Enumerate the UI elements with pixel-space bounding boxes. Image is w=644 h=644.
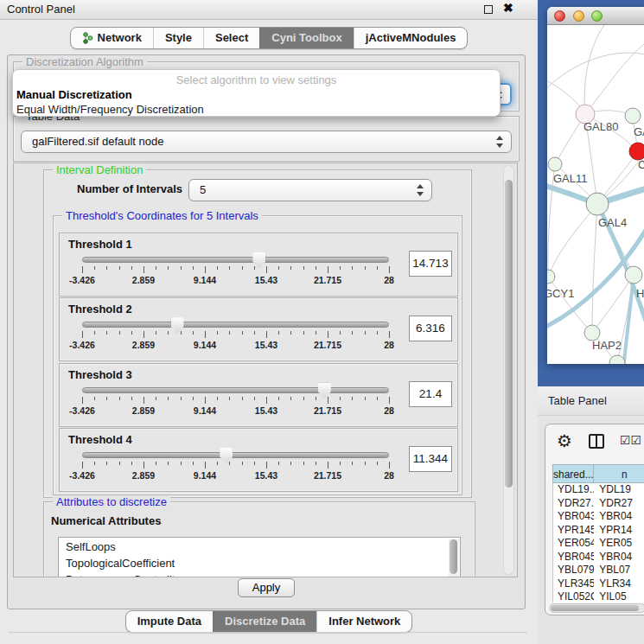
axis-tick-label: 9.144 [183, 340, 226, 350]
network-node-gal11[interactable] [548, 157, 562, 171]
number-of-intervals-value: 5 [200, 180, 206, 201]
settings-scrollpane: Interval Definition Number of Intervals … [13, 163, 518, 577]
threshold-value-field[interactable]: 11.344 [409, 446, 452, 472]
network-node-h[interactable] [625, 266, 642, 284]
node-label-gal80: GAL80 [583, 120, 618, 133]
minimize-traffic-light-icon[interactable] [573, 10, 584, 22]
table-cell[interactable]: YIL05 [594, 590, 644, 603]
column-header-n[interactable]: n [594, 464, 644, 483]
tab-jactivemnodules[interactable]: jActiveMNodules [354, 28, 468, 48]
close-icon[interactable]: ✖ [503, 1, 513, 15]
attribute-item-selfloops[interactable]: SelfLoops [59, 539, 460, 554]
network-edge[interactable] [547, 53, 644, 94]
network-edge-highlighted[interactable] [622, 275, 634, 364]
slider-track[interactable] [82, 452, 389, 458]
bottom-tabstrip: Impute DataDiscretize DataInfer Network [125, 610, 413, 633]
table-row[interactable]: YBL079WYBL07 [553, 564, 644, 577]
float-window-icon[interactable] [484, 5, 493, 14]
table-row[interactable]: YPR145WYPR14 [553, 524, 644, 538]
tab-label: jActiveMNodules [366, 28, 456, 48]
table-cell[interactable]: YBL079W [553, 564, 594, 577]
network-node-c[interactable] [629, 143, 644, 160]
tab-style[interactable]: Style [153, 28, 203, 48]
panel-bottom-edge [9, 632, 527, 633]
threshold-label: Threshold 4 [68, 433, 132, 446]
attributes-list-scrollbar[interactable] [449, 539, 459, 577]
settings-vertical-scrollbar[interactable] [503, 165, 514, 575]
close-traffic-light-icon[interactable] [554, 10, 565, 22]
slider-track[interactable] [82, 387, 389, 393]
network-edge[interactable] [592, 204, 597, 333]
slider-track[interactable] [82, 257, 389, 263]
top-tab-bar: NetworkStyleSelectCyni ToolboxjActiveMNo… [0, 27, 538, 49]
network-canvas[interactable]: GAL80GACGAL11GAL4GCY1HHAP2 [547, 25, 644, 364]
dropdown-option-manual-discretization[interactable]: Manual Discretization [13, 87, 500, 102]
table-row[interactable]: YDL19...YDL19 [553, 483, 644, 497]
table-data-combobox[interactable]: galFiltered.sif default node [21, 131, 512, 153]
attribute-item-betweennesscentrality[interactable]: BetweennessCentrality [59, 572, 460, 577]
apply-row: Apply [8, 578, 525, 597]
table-cell[interactable]: YDL19... [553, 483, 594, 497]
table-cell[interactable]: YDR27... [553, 497, 594, 511]
table-cell[interactable]: YER054C [553, 537, 594, 551]
table-horizontal-scrollbar[interactable] [549, 603, 644, 613]
tab-network[interactable]: Network [71, 28, 153, 48]
threshold-value-field[interactable]: 21.4 [409, 381, 452, 407]
table-cell[interactable]: YDR27 [594, 497, 644, 511]
select-columns-icon[interactable]: ☑☑ [620, 433, 641, 447]
network-graph[interactable]: GAL80GACGAL11GAL4GCY1HHAP2 [547, 25, 644, 364]
node-table: shared...n YDL19...YDL19YDR27...YDR27YBR… [552, 464, 644, 603]
table-row[interactable]: YBR043CYBR04 [553, 510, 644, 524]
tab-cyni-toolbox[interactable]: Cyni Toolbox [259, 28, 353, 48]
network-node-gal4[interactable] [586, 193, 609, 215]
table-panel-title: Table Panel [548, 394, 607, 407]
slider-track[interactable] [82, 322, 389, 328]
axis-tick-label: 9.144 [183, 470, 226, 481]
table-cell[interactable]: YBR04 [594, 510, 644, 524]
tab-select[interactable]: Select [203, 28, 259, 48]
table-cell[interactable]: YIL052C [553, 590, 594, 603]
table-cell[interactable]: YBR045C [553, 551, 594, 564]
table-row[interactable]: YLR345WYLR34 [553, 577, 644, 591]
zoom-traffic-light-icon[interactable] [591, 10, 603, 22]
table-row[interactable]: YBR045CYBR04 [553, 551, 644, 564]
tab-infer-network[interactable]: Infer Network [316, 611, 411, 632]
table-cell[interactable]: YLR345W [553, 577, 594, 591]
apply-button[interactable]: Apply [238, 578, 296, 597]
table-row[interactable]: YER054CYER05 [553, 537, 644, 551]
network-node-ga[interactable] [625, 108, 641, 124]
gear-icon[interactable]: ⚙ [557, 430, 572, 451]
network-edge[interactable] [548, 204, 597, 277]
table-cell[interactable]: YDL19 [594, 483, 644, 497]
scrollbar-thumb[interactable] [505, 180, 513, 488]
table-cell[interactable]: YBL07 [594, 564, 644, 577]
network-edge[interactable] [548, 277, 592, 333]
dropdown-placeholder-item[interactable]: Select algorithm to view settings [13, 73, 500, 87]
tab-discretize-data[interactable]: Discretize Data [213, 611, 316, 632]
table-cell[interactable]: YPR145W [553, 524, 594, 538]
node-label-gcy1: GCY1 [547, 287, 574, 300]
scrollbar-thumb[interactable] [450, 539, 457, 574]
table-cell[interactable]: YBR043C [553, 510, 594, 524]
threshold-value-field[interactable]: 14.713 [409, 251, 452, 277]
attributes-group: Attributes to discretize Numerical Attri… [43, 501, 475, 577]
table-cell[interactable]: YER05 [594, 537, 644, 551]
table-cell[interactable]: YLR34 [594, 577, 644, 591]
table-panel-titlebar: Table Panel [538, 386, 644, 416]
axis-tick-label: 21.715 [306, 340, 349, 350]
scrollbar-thumb[interactable] [551, 605, 639, 611]
axis-tick-label: 21.715 [306, 470, 349, 481]
threshold-value-field[interactable]: 6.316 [409, 316, 452, 341]
table-cell[interactable]: YBR04 [594, 551, 644, 564]
table-row[interactable]: YIL052CYIL05 [553, 590, 644, 603]
top-tabstrip: NetworkStyleSelectCyni ToolboxjActiveMNo… [70, 27, 469, 49]
network-node-gcy1[interactable] [547, 270, 555, 284]
table-row[interactable]: YDR27...YDR27 [553, 497, 644, 511]
split-columns-icon[interactable] [589, 434, 604, 449]
dropdown-option-equal-width-frequency[interactable]: Equal Width/Frequency Discretization [13, 102, 500, 117]
attribute-item-topologicalcoefficient[interactable]: TopologicalCoefficient [59, 556, 460, 571]
tab-impute-data[interactable]: Impute Data [126, 611, 213, 632]
number-of-intervals-combobox[interactable]: 5 [188, 179, 432, 201]
table-cell[interactable]: YPR14 [594, 524, 644, 538]
column-header-shared[interactable]: shared... [552, 464, 594, 483]
